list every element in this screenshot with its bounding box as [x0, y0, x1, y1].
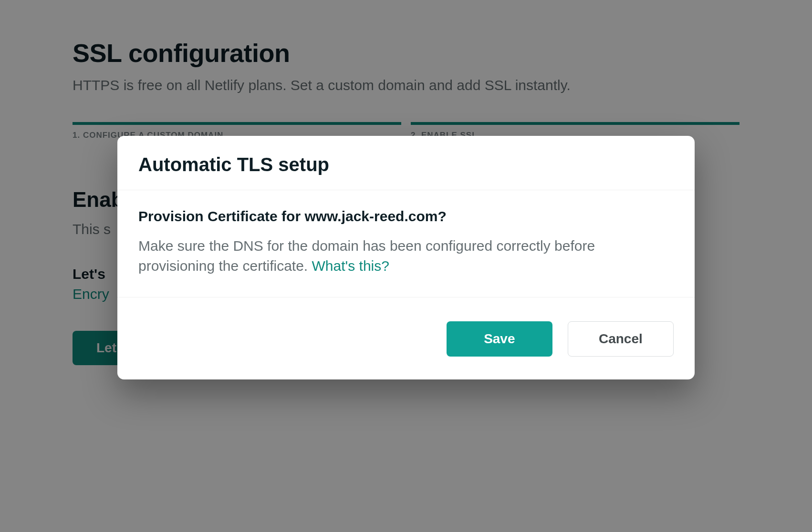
- modal-question: Provision Certificate for www.jack-reed.…: [138, 208, 674, 225]
- modal-header: Automatic TLS setup: [117, 136, 695, 190]
- modal-body: Provision Certificate for www.jack-reed.…: [117, 190, 695, 297]
- modal-footer: Save Cancel: [117, 297, 695, 379]
- modal-title: Automatic TLS setup: [138, 154, 674, 175]
- modal-overlay[interactable]: Automatic TLS setup Provision Certificat…: [0, 0, 812, 532]
- save-button[interactable]: Save: [447, 321, 552, 357]
- modal-description: Make sure the DNS for the domain has bee…: [138, 236, 674, 276]
- cancel-button[interactable]: Cancel: [568, 321, 674, 357]
- tls-setup-modal: Automatic TLS setup Provision Certificat…: [117, 136, 695, 379]
- whats-this-link[interactable]: What's this?: [312, 258, 389, 274]
